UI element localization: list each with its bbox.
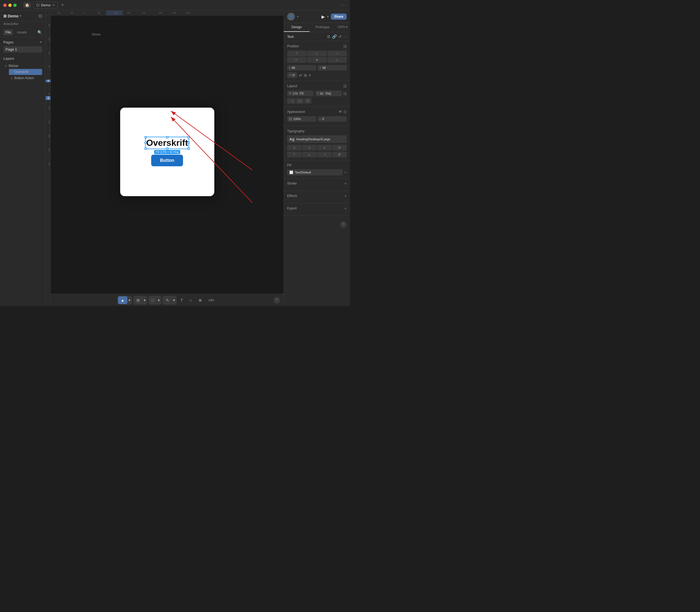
panel-help-button[interactable]: ? — [340, 221, 347, 228]
tab-design[interactable]: Design — [284, 23, 310, 32]
h-field[interactable]: H 52 Hug — [315, 91, 342, 96]
layers-section: Layers ≡ Skisse T Overskrift ◇ Button Ac… — [0, 54, 45, 306]
ruler-left: -200 -150 -100 -50 0 50 100 150 200 250 … — [46, 15, 51, 306]
clip-icon[interactable]: ⊙ — [344, 110, 347, 114]
overskrift-element[interactable]: Overskrift Fill (170) × 52 Hug — [146, 138, 188, 148]
w-field[interactable]: W 170 Fill — [287, 91, 314, 96]
opacity-field[interactable]: 100% — [287, 116, 316, 122]
valign-mid-btn[interactable]: ⊥ — [302, 152, 317, 157]
position-header: Position ⊡ — [287, 44, 347, 48]
ruler-tick-256: 256 — [142, 12, 146, 14]
layer-button-action[interactable]: ◇ Button Action — [9, 75, 42, 81]
ellipse-tool-button[interactable]: ○ — [187, 296, 195, 304]
overskrift-text: Overskrift — [146, 138, 188, 148]
layout-icon-3[interactable]: ⊡ — [304, 98, 311, 104]
text-adjust-btn[interactable]: ⚙ — [332, 145, 347, 151]
close-button[interactable] — [3, 4, 6, 7]
project-name[interactable]: ⊞ Demo ▾ — [3, 14, 21, 18]
rotation-field[interactable]: ↺ 0° — [287, 72, 297, 78]
play-button[interactable]: ▶ — [322, 14, 325, 19]
add-page-button[interactable]: + — [40, 40, 42, 44]
select-tool-button[interactable]: ▲ — [118, 296, 127, 304]
valign-top-btn[interactable]: ⊤ — [287, 152, 301, 157]
ruler-tick-400: 400 — [173, 12, 176, 14]
minimize-button[interactable] — [8, 4, 12, 7]
text-tool-button[interactable]: T — [178, 296, 186, 304]
text-more-icon[interactable]: ··· — [344, 34, 347, 39]
component-tool-button[interactable]: ⊕ — [196, 296, 205, 304]
file-tab-button[interactable]: File — [3, 29, 13, 36]
align-center-top[interactable]: ⊥ — [307, 51, 326, 56]
canvas[interactable]: Skisse Overskrift Fil — [51, 15, 284, 294]
visibility-icon[interactable]: 👁 — [338, 110, 342, 114]
layout-icon-1[interactable]: →| — [287, 98, 295, 104]
effects-section: Effects + — [284, 191, 350, 203]
align-center-btn[interactable]: ≡ — [302, 145, 317, 151]
tab-prototype[interactable]: Prototype — [310, 23, 335, 32]
typo-valign-row: ⊤ ⊥ ⊣ ⊞ — [287, 152, 347, 157]
align-left-mid[interactable]: ⊢ — [287, 57, 307, 63]
main-layout: ⊞ Demo ▾ ⊟ Arbeidsfiler File Assets 🔍 Pa… — [0, 11, 350, 306]
align-left-top[interactable]: ⊤ — [287, 51, 307, 56]
align-right-btn[interactable]: ≡ — [317, 145, 332, 151]
align-icon[interactable]: ≡ — [309, 72, 311, 78]
maximize-button[interactable] — [13, 4, 17, 7]
layout-link-icon[interactable]: ⊡ — [344, 84, 347, 88]
fill-swatch — [290, 170, 293, 174]
frame-tool-button[interactable]: ⊞ — [134, 296, 143, 304]
zoom-level[interactable]: 100% ▾ — [335, 23, 350, 32]
share-button[interactable]: Share — [331, 14, 347, 20]
add-tab-button[interactable]: + — [61, 2, 64, 8]
layout-icon-2[interactable]: |=| — [296, 98, 304, 104]
align-left-btn[interactable]: ≡ — [287, 145, 301, 151]
add-export-button[interactable]: + — [345, 206, 347, 211]
x-field[interactable]: X 86 — [287, 65, 316, 71]
valign-bot-btn[interactable]: ⊣ — [317, 152, 332, 157]
y-field[interactable]: Y 98 — [318, 65, 347, 71]
demo-tab[interactable]: ⬡ Demo ✕ — [33, 2, 58, 9]
text-link-icon[interactable]: 🔗 — [332, 34, 337, 39]
search-button[interactable]: 🔍 — [37, 30, 42, 34]
typo-style-selector[interactable]: Ag Heading/Desktop/XLarge — [287, 135, 347, 143]
align-right-top[interactable]: ⊣ — [327, 51, 347, 56]
text-grid-icon[interactable]: ⊞ — [327, 34, 330, 39]
typo-extra-btn[interactable]: ⊞ — [332, 152, 347, 157]
shape-dropdown-button[interactable]: ▾ — [157, 297, 161, 304]
layout-chain-icon[interactable]: ⊡ — [344, 91, 347, 96]
sidebar-toggle-button[interactable]: ⊟ — [39, 13, 42, 18]
assets-tab-button[interactable]: Assets — [15, 29, 29, 36]
distribute-icon[interactable]: ⊞ — [304, 72, 307, 78]
help-button[interactable]: ? — [273, 297, 280, 304]
fill-color-name: Text/Default — [295, 171, 311, 174]
flip-icon[interactable]: ⇄ — [299, 72, 302, 78]
pen-dropdown-button[interactable]: ▾ — [172, 297, 176, 304]
pen-tool-button[interactable]: ✎ — [163, 296, 172, 304]
shape-tool-button[interactable]: □ — [149, 296, 157, 304]
frame-icon: ≡ — [5, 64, 6, 68]
more-options-icon[interactable]: ··· — [341, 2, 347, 8]
add-effect-button[interactable]: + — [345, 194, 347, 198]
add-stroke-button[interactable]: + — [345, 181, 347, 186]
text-history-icon[interactable]: ↺ — [338, 34, 342, 39]
stroke-section: Stroke + — [284, 179, 350, 191]
align-right-mid[interactable]: ⊥ — [327, 57, 347, 63]
button-element[interactable]: Button — [151, 155, 183, 166]
design-frame[interactable]: Overskrift Fill (170) × 52 Hug Button — [120, 108, 214, 196]
position-section: Position ⊡ ⊤ ⊥ ⊣ ⊢ ⊕ ⊥ X 86 Y 98 — [284, 41, 350, 81]
fill-color-picker[interactable]: Text/Default — [287, 169, 342, 176]
home-button[interactable]: 🏠 — [23, 2, 31, 8]
layer-skisse[interactable]: ≡ Skisse — [3, 63, 42, 69]
layer-sub-group: T Overskrift ◇ Button Action — [3, 69, 42, 81]
fill-remove-button[interactable]: − — [344, 170, 347, 175]
frame-dropdown-button[interactable]: ▾ — [143, 297, 147, 304]
position-icon-btn[interactable]: ⊡ — [344, 44, 347, 48]
select-dropdown-button[interactable]: ▾ — [127, 297, 132, 304]
align-center-mid[interactable]: ⊕ — [307, 57, 326, 63]
text-icon: T — [11, 70, 12, 73]
fill-tag: Fill — [299, 92, 305, 95]
radius-field[interactable]: ⌐ 0 — [318, 116, 347, 122]
tab-close-icon[interactable]: ✕ — [52, 3, 55, 7]
code-tool-button[interactable]: </> — [206, 296, 217, 304]
page-1-item[interactable]: Page 1 — [3, 46, 42, 53]
layer-overskrift[interactable]: T Overskrift — [9, 69, 42, 75]
